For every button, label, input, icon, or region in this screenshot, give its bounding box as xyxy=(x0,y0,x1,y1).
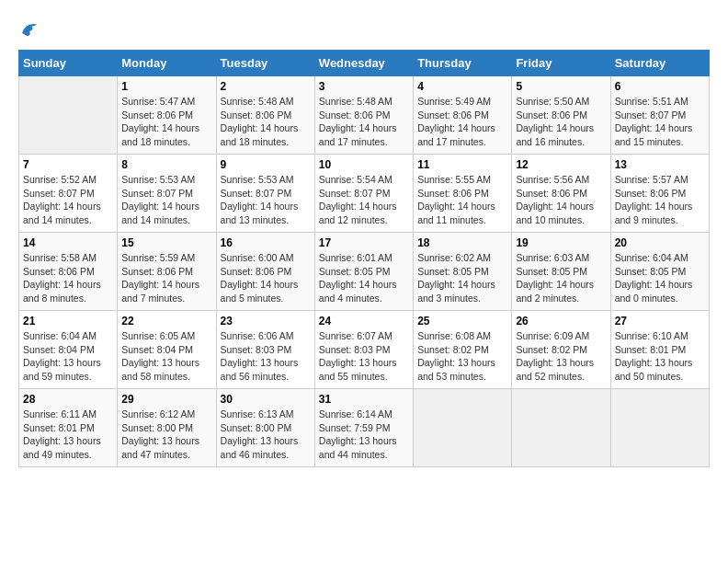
calendar-cell: 31Sunrise: 6:14 AM Sunset: 7:59 PM Dayli… xyxy=(314,389,413,467)
calendar-cell: 13Sunrise: 5:57 AM Sunset: 8:06 PM Dayli… xyxy=(610,155,709,233)
day-number: 16 xyxy=(221,236,311,249)
day-info: Sunrise: 5:53 AM Sunset: 8:07 PM Dayligh… xyxy=(221,173,311,227)
calendar-cell: 5Sunrise: 5:50 AM Sunset: 8:06 PM Daylig… xyxy=(512,76,610,155)
calendar-cell: 11Sunrise: 5:55 AM Sunset: 8:06 PM Dayli… xyxy=(414,155,512,233)
calendar-cell: 7Sunrise: 5:52 AM Sunset: 8:07 PM Daylig… xyxy=(19,155,118,233)
calendar-cell: 3Sunrise: 5:48 AM Sunset: 8:06 PM Daylig… xyxy=(314,76,413,155)
day-number: 24 xyxy=(319,315,409,327)
day-number: 4 xyxy=(417,80,507,93)
calendar-table: SundayMondayTuesdayWednesdayThursdayFrid… xyxy=(18,50,710,467)
calendar-cell: 10Sunrise: 5:54 AM Sunset: 8:07 PM Dayli… xyxy=(314,155,413,233)
day-info: Sunrise: 5:50 AM Sunset: 8:06 PM Dayligh… xyxy=(516,95,606,149)
day-info: Sunrise: 5:57 AM Sunset: 8:06 PM Dayligh… xyxy=(615,173,705,227)
calendar-cell: 1Sunrise: 5:47 AM Sunset: 8:06 PM Daylig… xyxy=(118,76,216,155)
day-number: 3 xyxy=(319,80,409,93)
calendar-cell: 21Sunrise: 6:04 AM Sunset: 8:04 PM Dayli… xyxy=(19,311,118,389)
day-info: Sunrise: 5:59 AM Sunset: 8:06 PM Dayligh… xyxy=(121,251,211,305)
day-number: 6 xyxy=(615,80,705,93)
day-number: 12 xyxy=(516,158,606,171)
calendar-cell: 4Sunrise: 5:49 AM Sunset: 8:06 PM Daylig… xyxy=(414,76,512,155)
day-number: 1 xyxy=(121,80,211,93)
calendar-cell: 15Sunrise: 5:59 AM Sunset: 8:06 PM Dayli… xyxy=(118,233,216,311)
day-number: 27 xyxy=(615,315,705,327)
day-number: 11 xyxy=(417,158,507,171)
calendar-cell: 25Sunrise: 6:08 AM Sunset: 8:02 PM Dayli… xyxy=(414,311,512,389)
calendar-cell: 30Sunrise: 6:13 AM Sunset: 8:00 PM Dayli… xyxy=(216,389,314,467)
calendar-cell: 22Sunrise: 6:05 AM Sunset: 8:04 PM Dayli… xyxy=(118,311,216,389)
calendar-cell: 16Sunrise: 6:00 AM Sunset: 8:06 PM Dayli… xyxy=(216,233,314,311)
calendar-cell xyxy=(512,389,610,467)
day-info: Sunrise: 5:58 AM Sunset: 8:06 PM Dayligh… xyxy=(23,251,113,305)
calendar-cell: 28Sunrise: 6:11 AM Sunset: 8:01 PM Dayli… xyxy=(19,389,118,467)
day-info: Sunrise: 5:47 AM Sunset: 8:06 PM Dayligh… xyxy=(121,95,211,149)
day-info: Sunrise: 6:03 AM Sunset: 8:05 PM Dayligh… xyxy=(516,251,606,305)
day-number: 13 xyxy=(615,158,705,171)
day-info: Sunrise: 5:48 AM Sunset: 8:06 PM Dayligh… xyxy=(221,95,311,149)
day-info: Sunrise: 6:05 AM Sunset: 8:04 PM Dayligh… xyxy=(121,329,211,384)
day-number: 18 xyxy=(417,236,507,249)
day-number: 28 xyxy=(23,393,113,406)
day-number: 25 xyxy=(417,315,507,327)
days-header-row: SundayMondayTuesdayWednesdayThursdayFrid… xyxy=(19,51,710,76)
header-tuesday: Tuesday xyxy=(216,51,314,76)
day-info: Sunrise: 5:49 AM Sunset: 8:06 PM Dayligh… xyxy=(417,95,507,149)
calendar-cell xyxy=(414,389,512,467)
calendar-cell: 29Sunrise: 6:12 AM Sunset: 8:00 PM Dayli… xyxy=(118,389,216,467)
day-info: Sunrise: 5:54 AM Sunset: 8:07 PM Dayligh… xyxy=(319,173,409,227)
day-number: 14 xyxy=(23,236,113,249)
calendar-cell: 17Sunrise: 6:01 AM Sunset: 8:05 PM Dayli… xyxy=(314,233,413,311)
calendar-cell: 14Sunrise: 5:58 AM Sunset: 8:06 PM Dayli… xyxy=(19,233,118,311)
calendar-cell: 8Sunrise: 5:53 AM Sunset: 8:07 PM Daylig… xyxy=(118,155,216,233)
calendar-cell: 27Sunrise: 6:10 AM Sunset: 8:01 PM Dayli… xyxy=(610,311,709,389)
day-number: 7 xyxy=(23,158,113,171)
day-info: Sunrise: 6:06 AM Sunset: 8:03 PM Dayligh… xyxy=(221,329,311,384)
calendar-cell: 9Sunrise: 5:53 AM Sunset: 8:07 PM Daylig… xyxy=(216,155,314,233)
calendar-cell: 26Sunrise: 6:09 AM Sunset: 8:02 PM Dayli… xyxy=(512,311,610,389)
day-info: Sunrise: 6:13 AM Sunset: 8:00 PM Dayligh… xyxy=(221,408,311,462)
page-header xyxy=(18,18,710,40)
day-number: 8 xyxy=(121,158,211,171)
logo xyxy=(18,18,44,40)
week-row-4: 21Sunrise: 6:04 AM Sunset: 8:04 PM Dayli… xyxy=(19,311,710,389)
day-number: 9 xyxy=(221,158,311,171)
day-number: 5 xyxy=(516,80,606,93)
calendar-cell: 18Sunrise: 6:02 AM Sunset: 8:05 PM Dayli… xyxy=(414,233,512,311)
calendar-cell: 19Sunrise: 6:03 AM Sunset: 8:05 PM Dayli… xyxy=(512,233,610,311)
day-info: Sunrise: 5:48 AM Sunset: 8:06 PM Dayligh… xyxy=(319,95,409,149)
day-number: 29 xyxy=(121,393,211,406)
day-number: 10 xyxy=(319,158,409,171)
calendar-cell xyxy=(610,389,709,467)
day-number: 31 xyxy=(319,393,409,406)
calendar-cell: 6Sunrise: 5:51 AM Sunset: 8:07 PM Daylig… xyxy=(610,76,709,155)
day-info: Sunrise: 5:51 AM Sunset: 8:07 PM Dayligh… xyxy=(615,95,705,149)
calendar-cell: 12Sunrise: 5:56 AM Sunset: 8:06 PM Dayli… xyxy=(512,155,610,233)
day-info: Sunrise: 5:52 AM Sunset: 8:07 PM Dayligh… xyxy=(23,173,113,227)
day-info: Sunrise: 6:12 AM Sunset: 8:00 PM Dayligh… xyxy=(121,408,211,462)
header-monday: Monday xyxy=(118,51,216,76)
calendar-cell: 23Sunrise: 6:06 AM Sunset: 8:03 PM Dayli… xyxy=(216,311,314,389)
calendar-cell: 20Sunrise: 6:04 AM Sunset: 8:05 PM Dayli… xyxy=(610,233,709,311)
day-number: 22 xyxy=(121,315,211,327)
day-number: 30 xyxy=(221,393,311,406)
day-info: Sunrise: 6:00 AM Sunset: 8:06 PM Dayligh… xyxy=(221,251,311,305)
week-row-5: 28Sunrise: 6:11 AM Sunset: 8:01 PM Dayli… xyxy=(19,389,710,467)
header-thursday: Thursday xyxy=(414,51,512,76)
calendar-cell xyxy=(19,76,118,155)
calendar-cell: 24Sunrise: 6:07 AM Sunset: 8:03 PM Dayli… xyxy=(314,311,413,389)
day-info: Sunrise: 5:53 AM Sunset: 8:07 PM Dayligh… xyxy=(121,173,211,227)
logo-bird-icon xyxy=(18,18,40,40)
day-info: Sunrise: 6:11 AM Sunset: 8:01 PM Dayligh… xyxy=(23,408,113,462)
day-info: Sunrise: 5:56 AM Sunset: 8:06 PM Dayligh… xyxy=(516,173,606,227)
day-number: 2 xyxy=(221,80,311,93)
day-number: 21 xyxy=(23,315,113,327)
header-sunday: Sunday xyxy=(19,51,118,76)
header-friday: Friday xyxy=(512,51,610,76)
day-info: Sunrise: 6:09 AM Sunset: 8:02 PM Dayligh… xyxy=(516,329,606,384)
day-number: 17 xyxy=(319,236,409,249)
week-row-2: 7Sunrise: 5:52 AM Sunset: 8:07 PM Daylig… xyxy=(19,155,710,233)
week-row-1: 1Sunrise: 5:47 AM Sunset: 8:06 PM Daylig… xyxy=(19,76,710,155)
calendar-cell: 2Sunrise: 5:48 AM Sunset: 8:06 PM Daylig… xyxy=(216,76,314,155)
day-info: Sunrise: 6:08 AM Sunset: 8:02 PM Dayligh… xyxy=(417,329,507,384)
day-number: 26 xyxy=(516,315,606,327)
header-saturday: Saturday xyxy=(610,51,709,76)
